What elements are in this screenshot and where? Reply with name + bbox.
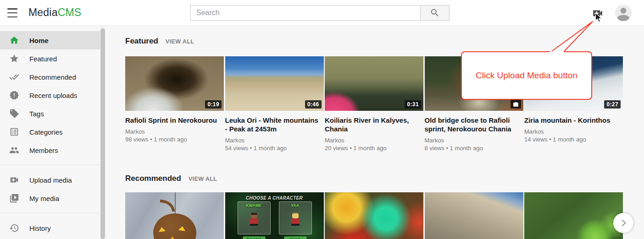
user-avatar[interactable] [615,5,632,21]
pumpkin-stem-shape [160,200,175,212]
sidebar-item-label: Recommended [29,73,76,81]
tag-icon [9,109,19,119]
sidebar-item-upload-media[interactable]: Upload media [0,171,100,189]
sidebar-item-recent-uploads[interactable]: Recent uploads [0,86,100,104]
chevron-right-icon [618,218,628,228]
character-sprite [291,218,300,226]
sidebar-item-label: My media [29,195,59,202]
sidebar-divider [0,213,100,213]
sidebar-item-categories[interactable]: Categories [0,123,100,141]
video-title[interactable]: Ziria mountain - Korinthos [524,116,623,125]
sidebar-item-label: Featured [29,55,57,63]
video-thumbnail[interactable]: 0:31 [325,56,423,111]
sidebar-item-tags[interactable]: Tags [0,104,100,123]
video-author[interactable]: Markos [225,136,324,144]
character-name: YAA [279,203,311,208]
home-icon [9,35,19,45]
logo-text-cms: CMS [58,6,82,18]
recommended-heading: Recommended [125,174,181,183]
app-logo[interactable]: MediaCMS [28,6,81,19]
video-card[interactable] [325,192,423,239]
video-meta: 14 views • 1 month ago [524,136,623,143]
sidebar-scrollbar-thumb[interactable] [100,28,105,239]
carousel-next-button[interactable] [613,213,633,233]
duration-badge: 0:27 [604,100,621,109]
video-title[interactable]: Leuka Ori - White mountains - Peak at 24… [225,116,324,133]
video-card[interactable]: 0:46 Leuka Ori - White mountains - Peak … [225,56,324,151]
video-card[interactable] [524,192,623,239]
sidebar-item-featured[interactable]: Featured [0,49,100,68]
video-card[interactable]: 0:31 Koiliaris River in Kalyves, Chania … [325,56,423,151]
star-icon [9,54,19,64]
members-icon [9,145,19,155]
sidebar-item-my-media[interactable]: My media [0,189,100,207]
recommended-section: Recommended VIEW ALL CHOOSE A CHARACTER [125,174,644,239]
character-panel: KWAME [238,201,271,234]
done-all-icon [9,72,19,82]
sidebar-item-label: Members [29,147,58,154]
video-call-icon [9,175,19,185]
video-author[interactable]: Markos [125,128,224,136]
video-meta: 8 views • 1 month ago [425,144,523,152]
game-select-button: Select [284,236,307,239]
recommended-view-all-link[interactable]: VIEW ALL [189,176,217,182]
video-meta: 20 views • 1 month ago [325,144,423,152]
video-thumbnail[interactable] [524,192,623,239]
video-card[interactable]: 0:19 Rafioli Sprint in Nerokourou Markos… [125,56,224,151]
video-title[interactable]: Rafioli Sprint in Nerokourou [125,116,224,125]
camera-icon [511,100,521,109]
upload-media-icon[interactable] [592,7,604,19]
history-icon [9,223,19,233]
video-meta: 54 views • 1 month ago [225,144,324,152]
game-selected-button: Selected [243,236,266,239]
video-title[interactable]: Koiliaris River in Kalyves, Chania [325,116,423,133]
sidebar-item-label: Recent uploads [29,92,77,99]
sidebar-item-home[interactable]: Home [0,31,100,49]
sidebar-item-label: Categories [29,128,63,136]
video-thumbnail[interactable]: CHOOSE A CHARACTER KWAME YAA Selected Se… [225,192,324,239]
video-thumbnail[interactable]: 0:46 [225,56,324,111]
sidebar-item-history[interactable]: History [0,219,100,237]
video-title[interactable]: Old bridge close to Rafioli sprint, Nero… [425,116,523,133]
video-author[interactable]: Markos [425,136,523,144]
search-input[interactable] [190,5,421,21]
featured-heading: Featured [125,37,158,46]
video-card[interactable] [125,192,224,239]
sidebar-divider [0,165,100,165]
video-author[interactable]: Markos [524,128,623,136]
character-name: KWAME [238,203,270,208]
video-thumbnail[interactable]: 0:19 [125,56,224,111]
video-thumbnail[interactable] [325,192,423,239]
sidebar-item-label: Home [29,37,49,44]
video-card[interactable] [425,192,523,239]
logo-text-media: Media [28,6,58,18]
video-thumbnail[interactable] [425,192,523,239]
character-panel: YAA [279,201,312,234]
character-sprite [251,213,257,218]
featured-view-all-link[interactable]: VIEW ALL [166,38,194,45]
annotation-callout: Click Upload Media button [461,51,592,100]
video-meta: 98 views • 1 month ago [125,136,224,143]
pumpkin-shape [153,213,196,239]
game-title-text: CHOOSE A CHARACTER [225,196,324,201]
search-button[interactable] [421,5,450,21]
search-bar [190,5,450,21]
duration-badge: 0:19 [205,100,222,109]
sidebar-item-label: History [29,224,51,232]
hamburger-menu-icon[interactable] [7,8,17,17]
sidebar-item-recommended[interactable]: Recommended [0,68,100,86]
categories-icon [9,127,19,137]
character-sprite [250,218,258,226]
video-library-icon [9,193,19,203]
top-bar: MediaCMS [0,0,644,26]
video-card[interactable]: CHOOSE A CHARACTER KWAME YAA Selected Se… [225,192,324,239]
sidebar-scrollbar-track [100,26,105,239]
video-thumbnail[interactable] [125,192,224,239]
video-author[interactable]: Markos [325,136,423,144]
new-releases-icon [9,90,19,100]
character-sprite [292,213,299,218]
sidebar: Home Featured Recommended Recent uploads… [0,26,100,239]
sidebar-item-members[interactable]: Members [0,141,100,159]
sidebar-item-label: Tags [29,110,44,118]
duration-badge: 0:31 [405,100,421,109]
